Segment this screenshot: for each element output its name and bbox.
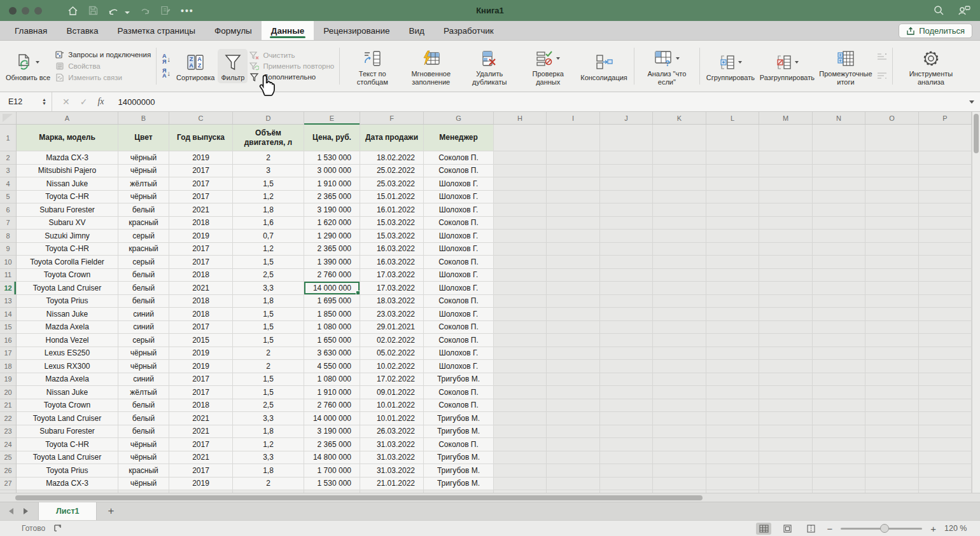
cell-J11[interactable] <box>600 269 653 282</box>
cell-O19[interactable] <box>865 373 919 387</box>
cell-M13[interactable] <box>759 295 813 308</box>
cell-H11[interactable] <box>494 269 547 282</box>
cell-M5[interactable] <box>759 191 813 204</box>
cell-C23[interactable]: 2021 <box>169 425 233 439</box>
sort-button[interactable]: ZAAZ Сортировка <box>173 49 218 83</box>
cell-A27[interactable]: Mazda CX-3 <box>17 478 118 491</box>
cell-E10[interactable]: 1 390 000 <box>304 256 360 269</box>
queries-connections-button[interactable]: Запросы и подключения <box>55 50 151 59</box>
column-header-C[interactable]: C <box>169 112 233 124</box>
cell-B21[interactable]: белый <box>118 399 169 413</box>
cell-C25[interactable]: 2021 <box>169 451 233 465</box>
row-header-6[interactable]: 6 <box>0 203 16 217</box>
cell-C27[interactable]: 2019 <box>169 478 233 491</box>
cell-O11[interactable] <box>865 269 919 282</box>
tab-6[interactable]: Вид <box>400 21 434 40</box>
cell-P15[interactable] <box>919 321 972 334</box>
cell-L25[interactable] <box>706 451 759 465</box>
cell-F8[interactable]: 15.03.2022 <box>360 230 424 243</box>
cell-H13[interactable] <box>494 295 547 308</box>
cell-D7[interactable]: 1,6 <box>233 217 304 230</box>
row-header-2[interactable]: 2 <box>0 151 16 165</box>
cell-P11[interactable] <box>919 269 972 282</box>
page-break-view-button[interactable] <box>803 523 818 535</box>
cell-D8[interactable]: 0,7 <box>233 230 304 243</box>
vertical-scrollbar[interactable] <box>972 112 980 493</box>
cell-H3[interactable] <box>494 165 547 178</box>
row-header-4[interactable]: 4 <box>0 177 16 191</box>
show-detail-icon[interactable] <box>877 53 887 60</box>
cell-J18[interactable] <box>600 360 653 373</box>
row-header-12[interactable]: 12 <box>0 282 16 295</box>
header-cell-C1[interactable]: Год выпуска <box>169 125 233 151</box>
cell-N21[interactable] <box>813 399 865 413</box>
column-header-G[interactable]: G <box>424 112 494 124</box>
cell-J5[interactable] <box>600 191 653 204</box>
cell-K5[interactable] <box>653 191 706 204</box>
row-header-24[interactable]: 24 <box>0 438 16 451</box>
cell-I22[interactable] <box>547 412 600 425</box>
cell-C8[interactable]: 2019 <box>169 230 233 243</box>
cell-O8[interactable] <box>865 230 919 243</box>
cell-P16[interactable] <box>919 334 972 347</box>
cell[interactable] <box>813 125 865 151</box>
cell-M19[interactable] <box>759 373 813 387</box>
cell-E15[interactable]: 1 080 000 <box>304 321 360 334</box>
cell-G22[interactable]: Тригубов М. <box>424 412 494 425</box>
cell-B23[interactable]: белый <box>118 425 169 439</box>
remove-duplicates-button[interactable]: Удалить дубликаты <box>460 45 519 88</box>
cell-O20[interactable] <box>865 386 919 399</box>
cell-J25[interactable] <box>600 451 653 465</box>
cell-C16[interactable]: 2015 <box>169 334 233 347</box>
cell-O7[interactable] <box>865 217 919 230</box>
cell-I8[interactable] <box>547 230 600 243</box>
cell-L3[interactable] <box>706 165 759 178</box>
cell-E23[interactable]: 3 190 000 <box>304 425 360 439</box>
cell-P25[interactable] <box>919 451 972 465</box>
row-header-22[interactable]: 22 <box>0 412 16 425</box>
cell-I9[interactable] <box>547 243 600 256</box>
cell-D18[interactable]: 2 <box>233 360 304 373</box>
cell-N9[interactable] <box>813 243 865 256</box>
cell-P2[interactable] <box>919 151 972 165</box>
row-header-25[interactable]: 25 <box>0 451 16 465</box>
cell-B11[interactable]: белый <box>118 269 169 282</box>
cell-J21[interactable] <box>600 399 653 413</box>
more-commands-icon[interactable]: ••• <box>181 6 194 16</box>
cell[interactable] <box>547 125 600 151</box>
column-header-K[interactable]: K <box>653 112 706 124</box>
cell-P26[interactable] <box>919 464 972 478</box>
cell-L23[interactable] <box>706 425 759 439</box>
cell-E9[interactable]: 2 365 000 <box>304 243 360 256</box>
cell-D25[interactable]: 3,3 <box>233 451 304 465</box>
cell-O16[interactable] <box>865 334 919 347</box>
cell-J8[interactable] <box>600 230 653 243</box>
cell-B12[interactable]: белый <box>118 282 169 295</box>
cell-N17[interactable] <box>813 347 865 361</box>
cell-E5[interactable]: 2 365 000 <box>304 191 360 204</box>
cell-B8[interactable]: серый <box>118 230 169 243</box>
cell-D5[interactable]: 1,2 <box>233 191 304 204</box>
cell-F11[interactable]: 17.03.2022 <box>360 269 424 282</box>
cell[interactable] <box>494 125 547 151</box>
cell-I12[interactable] <box>547 282 600 295</box>
cell-N20[interactable] <box>813 386 865 399</box>
row-header-9[interactable]: 9 <box>0 243 16 256</box>
cell-E19[interactable]: 1 080 000 <box>304 373 360 387</box>
cell-F10[interactable]: 16.03.2022 <box>360 256 424 269</box>
cell-F7[interactable]: 15.03.2022 <box>360 217 424 230</box>
cell[interactable] <box>865 125 919 151</box>
cell-G13[interactable]: Соколов П. <box>424 295 494 308</box>
cell-K20[interactable] <box>653 386 706 399</box>
zoom-out-button[interactable]: − <box>827 523 832 534</box>
column-header-M[interactable]: M <box>759 112 813 124</box>
cell-I14[interactable] <box>547 308 600 321</box>
cell-D4[interactable]: 1,5 <box>233 177 304 191</box>
tab-5[interactable]: Рецензирование <box>314 21 399 40</box>
cell-J16[interactable] <box>600 334 653 347</box>
cell-F20[interactable]: 09.01.2022 <box>360 386 424 399</box>
cell-I15[interactable] <box>547 321 600 334</box>
cell-C13[interactable]: 2018 <box>169 295 233 308</box>
cell-O24[interactable] <box>865 438 919 451</box>
cell-H19[interactable] <box>494 373 547 387</box>
